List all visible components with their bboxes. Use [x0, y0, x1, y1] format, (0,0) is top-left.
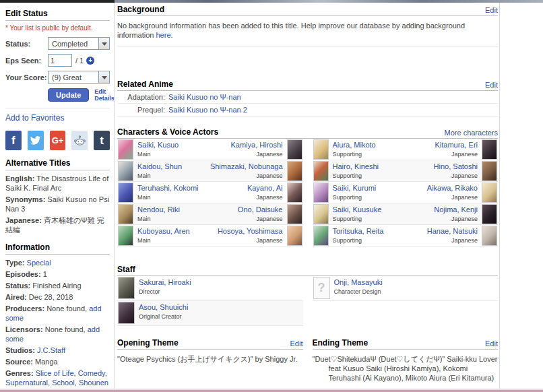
character-name-link[interactable]: Saiki, Kurumi [333, 184, 420, 192]
staff-name-link[interactable]: Asou, Shuuichi [139, 303, 300, 311]
facebook-glyph: f [11, 134, 15, 148]
character-thumb[interactable] [313, 139, 329, 160]
licensors-none: None found, [45, 325, 88, 333]
character-thumb[interactable] [313, 204, 329, 224]
edit-details-link[interactable]: Edit Details [94, 88, 115, 102]
va-thumb[interactable] [482, 226, 497, 246]
twitter-icon[interactable] [28, 131, 44, 150]
chevron-down-icon[interactable] [98, 38, 109, 49]
add-episode-icon[interactable]: + [86, 57, 94, 65]
va-name-link[interactable]: Hosoya, Yoshimasa [218, 227, 283, 235]
character-thumb[interactable] [118, 161, 133, 181]
info-source: Source: Manga [5, 357, 110, 366]
chevron-down-icon[interactable] [98, 71, 109, 83]
va-name-link[interactable]: Hino, Satoshi [434, 162, 478, 170]
va-thumb[interactable] [287, 161, 302, 181]
staff-name-link[interactable]: Sakurai, Hiroaki [139, 278, 300, 286]
va-name-link[interactable]: Kayano, Ai [247, 184, 283, 192]
staff-name-link[interactable]: Onji, Masayuki [334, 278, 495, 286]
episodes-value: 1 [43, 270, 47, 278]
character-thumb[interactable] [118, 139, 133, 160]
tumblr-icon[interactable]: t [94, 131, 110, 150]
background-text-after: . [171, 31, 173, 39]
information-header: Information [5, 241, 110, 255]
staff-left-column: Sakurai, HiroakiDirector Asou, ShuuichiO… [117, 276, 303, 326]
va-thumb[interactable] [287, 183, 302, 203]
va-thumb[interactable] [482, 161, 497, 181]
google-plus-icon[interactable]: G+ [50, 131, 66, 150]
character-thumb[interactable] [313, 183, 329, 203]
staff-thumb[interactable] [118, 302, 135, 324]
related-edit-link[interactable]: Edit [485, 81, 498, 89]
va-thumb[interactable] [287, 139, 302, 160]
character-name-link[interactable]: Saiki, Kuusuke [333, 205, 428, 214]
character-name-link[interactable]: Hairo, Kineshi [333, 162, 427, 170]
background-edit-link[interactable]: Edit [485, 6, 498, 14]
genre-link[interactable]: Supernatural [5, 379, 48, 387]
aired-value: Dec 28, 2018 [29, 293, 73, 301]
va-name-link[interactable]: Ono, Daisuke [238, 205, 283, 214]
character-name-link[interactable]: Saiki, Kusuo [137, 141, 224, 149]
character-row: Kaidou, ShunMain Shimazaki, NobunagaJapa… [117, 160, 303, 182]
type-link[interactable]: Special [27, 259, 51, 267]
va-name-link[interactable]: Aikawa, Rikako [427, 184, 478, 192]
staff-thumb[interactable] [118, 277, 135, 299]
character-name-link[interactable]: Kaidou, Shun [137, 162, 203, 170]
related-row: Prequel: Saiki Kusuo no Ψ-nan 2 [117, 104, 498, 117]
background-text: No background information has been added… [117, 21, 498, 40]
reddit-icon[interactable] [71, 131, 88, 150]
staff-placeholder-thumb[interactable]: ? [313, 277, 330, 299]
va-name-link[interactable]: Kitamura, Eri [435, 141, 478, 149]
more-characters-link[interactable]: More characters [445, 129, 498, 137]
status-select[interactable]: Completed [48, 37, 110, 50]
va-name-link[interactable]: Nojima, Kenji [434, 205, 478, 214]
character-name-link[interactable]: Kuboyasu, Aren [137, 227, 211, 235]
character-role: Supporting [333, 194, 420, 201]
character-thumb[interactable] [118, 226, 133, 246]
character-row: Saiki, KuusukeSupporting Nojima, KenjiJa… [313, 203, 499, 225]
info-episodes: Episodes: 1 [5, 269, 110, 279]
background-here-link[interactable]: here [156, 31, 170, 39]
character-thumb[interactable] [313, 226, 329, 246]
va-thumb[interactable] [482, 183, 497, 203]
related-anime-link[interactable]: Saiki Kusuo no Ψ-nan [168, 92, 241, 102]
genre-link[interactable]: School [52, 379, 75, 387]
va-name-link[interactable]: Kamiya, Hiroshi [230, 141, 282, 149]
va-name-link[interactable]: Hanae, Natsuki [427, 227, 478, 235]
va-thumb[interactable] [287, 226, 302, 246]
character-thumb[interactable] [313, 161, 329, 181]
va-thumb[interactable] [482, 204, 497, 224]
genre-link[interactable]: Slice of Life [36, 369, 74, 377]
ending-edit-link[interactable]: Edit [485, 339, 498, 348]
right-gutter [500, 3, 543, 389]
character-role: Main [137, 172, 203, 179]
character-thumb[interactable] [118, 204, 133, 224]
public-list-note: * Your list is public by default. [5, 24, 110, 32]
va-thumb[interactable] [287, 204, 302, 224]
va-language: Japanese [427, 194, 478, 201]
character-name-link[interactable]: Teruhashi, Kokomi [137, 184, 241, 192]
alternative-titles-header: Alternative Titles [5, 157, 110, 170]
genre-link[interactable]: Shounen [79, 379, 108, 387]
facebook-icon[interactable]: f [5, 131, 22, 150]
character-name-link[interactable]: Aiura, Mikoto [333, 141, 428, 149]
character-name-link[interactable]: Toritsuka, Reita [333, 227, 420, 235]
score-select[interactable]: (9) Great [48, 71, 110, 84]
va-language: Japanese [210, 172, 283, 179]
opening-edit-link[interactable]: Edit [290, 339, 303, 348]
characters-section: Characters & Voice Actors More character… [117, 125, 498, 247]
update-button[interactable]: Update [48, 88, 89, 102]
related-anime-link[interactable]: Saiki Kusuo no Ψ-nan 2 [168, 105, 247, 115]
va-name-link[interactable]: Shimazaki, Nobunaga [210, 162, 283, 170]
va-thumb[interactable] [482, 139, 497, 160]
add-to-favorites-link[interactable]: Add to Favorites [5, 108, 110, 125]
character-role: Main [137, 216, 231, 222]
genre-link[interactable]: Comedy [78, 369, 105, 377]
eps-seen-input[interactable] [48, 54, 72, 67]
character-name-link[interactable]: Nendou, Riki [137, 205, 231, 214]
studio-link[interactable]: J.C.Staff [37, 346, 65, 354]
staff-row: ? Onji, MasayukiCharacter Design [313, 276, 499, 301]
characters-header: Characters & Voice Actors [117, 127, 218, 137]
character-row: Toritsuka, ReitaSupporting Hanae, Natsuk… [313, 225, 499, 247]
character-thumb[interactable] [118, 183, 133, 203]
